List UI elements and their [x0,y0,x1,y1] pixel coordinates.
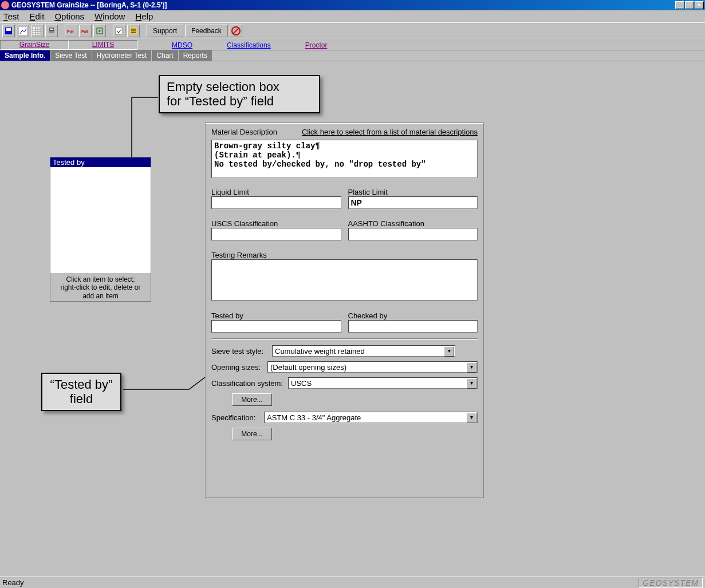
callout-empty-selection: Empty selection box for “Tested by” fiel… [159,75,320,113]
status-brand: GEOSYSTEM [639,578,703,588]
sieve-style-label: Sieve test style: [211,347,269,356]
material-desc-field[interactable] [211,140,478,178]
tab-strip: Sample Info. Sieve Test Hydrometer Test … [0,50,705,61]
tested-by-label: Tested by [211,311,341,320]
opening-sizes-label: Opening sizes: [211,363,264,372]
plastic-limit-field[interactable] [348,196,478,209]
menu-options[interactable]: Options [54,11,84,21]
chart-icon-1[interactable] [17,25,29,37]
specification-more-button[interactable]: More... [232,428,272,440]
remarks-label: Testing Remarks [211,251,478,259]
svg-line-12 [233,28,239,34]
tested-by-list-header: Tested by [50,157,151,167]
tab-sieve-test[interactable]: Sieve Test [50,50,92,61]
close-button[interactable]: × [695,1,704,9]
tested-by-list-footer: Click an item to select; right-click to … [50,273,151,302]
svg-text:Pdf: Pdf [67,30,74,34]
class-system-combo[interactable]: USCS [288,377,478,389]
tab-chart[interactable]: Chart [152,50,178,61]
restore-button[interactable]: ❐ [685,1,694,9]
sieve-style-combo[interactable]: Cumulative weight retained [272,345,455,357]
toolbar: Pdf Pdf Support Feedback [0,22,705,40]
checked-by-field[interactable] [348,320,478,333]
svg-rect-9 [116,27,123,34]
opening-sizes-combo[interactable]: (Default opening sizes) [267,361,478,373]
link-limits[interactable]: LIMITS [92,41,115,49]
titlebar-text: GEOSYSTEM GrainSize -- [BoringA, S-1 (0-… [11,1,167,9]
specification-label: Specification: [211,413,261,422]
module-link-strip: GrainSize LIMITS MDSO Classifications Pr… [0,40,705,50]
remarks-field[interactable] [211,259,478,301]
menu-help[interactable]: Help [135,11,153,21]
material-desc-label: Material Description [211,128,277,136]
tab-sample-info[interactable]: Sample Info. [0,50,50,61]
tab-hydrometer-test[interactable]: Hydrometer Test [92,50,152,61]
titlebar: GEOSYSTEM GrainSize -- [BoringA, S-1 (0-… [0,0,705,10]
liquid-limit-field[interactable] [211,196,341,209]
content-area: Empty selection box for “Tested by” fiel… [0,61,705,577]
list-icon[interactable] [127,25,140,37]
app-icon [1,1,9,9]
uscs-label: USCS Classification [211,219,341,228]
feedback-button[interactable]: Feedback [185,25,228,37]
plastic-limit-label: Plastic Limit [348,188,478,196]
sample-info-form: Material Description Click here to selec… [205,123,484,498]
stop-icon[interactable] [230,25,242,37]
class-system-label: Classification system: [211,379,285,388]
tested-by-field[interactable] [211,320,341,333]
menu-test[interactable]: Test [3,11,19,21]
aashto-label: AASHTO Classification [348,219,478,228]
tested-by-list-body[interactable] [50,167,151,273]
link-grainsize[interactable]: GrainSize [19,41,50,49]
menu-window[interactable]: Window [94,11,125,21]
export-icon[interactable] [93,25,106,37]
svg-rect-1 [6,28,11,31]
pdf-icon-1[interactable]: Pdf [65,25,77,37]
checked-by-label: Checked by [348,311,478,320]
print-icon[interactable] [45,25,58,37]
menubar: Test Edit Options Window Help [0,10,705,22]
grid-icon[interactable] [31,25,44,37]
uscs-field[interactable] [211,228,341,240]
svg-text:Pdf: Pdf [81,30,88,34]
class-system-more-button[interactable]: More... [232,393,272,406]
save-icon[interactable] [2,25,15,37]
material-desc-link[interactable]: Click here to select from a list of mate… [302,128,478,136]
support-button[interactable]: Support [147,25,183,37]
check-icon[interactable] [113,25,125,37]
liquid-limit-label: Liquid Limit [211,188,341,196]
link-mdso[interactable]: MDSO [172,41,192,49]
minimize-button[interactable]: _ [675,1,684,9]
pdf-icon-2[interactable]: Pdf [79,25,92,37]
menu-edit[interactable]: Edit [30,11,45,21]
status-bar: Ready GEOSYSTEM [0,577,705,588]
tested-by-list-panel: Tested by Click an item to select; right… [50,157,151,302]
status-text: Ready [2,578,24,587]
link-classifications[interactable]: Classifications [227,41,271,49]
svg-rect-5 [50,28,53,30]
aashto-field[interactable] [348,228,478,240]
tab-reports[interactable]: Reports [179,50,212,61]
link-proctor[interactable]: Proctor [305,41,328,49]
callout-tested-by-field: “Tested by” field [41,373,121,411]
specification-combo[interactable]: ASTM C 33 - 3/4" Aggregate [264,412,478,423]
